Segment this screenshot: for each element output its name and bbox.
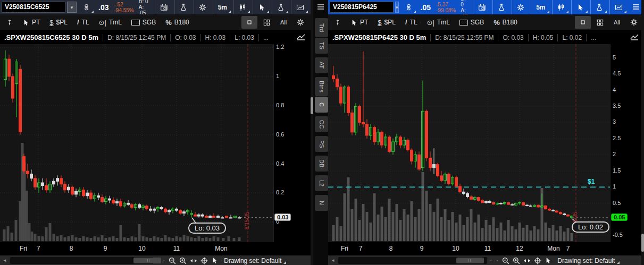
zoom-in-button[interactable] bbox=[178, 256, 187, 265]
all-charts-button[interactable]: All bbox=[275, 16, 291, 29]
studies-button[interactable] bbox=[174, 0, 192, 14]
settings-button[interactable] bbox=[512, 0, 529, 14]
all-charts-button[interactable]: All bbox=[609, 16, 625, 29]
pointer-mode-button[interactable] bbox=[210, 256, 219, 265]
symbol-input[interactable]: V250815P6425 bbox=[330, 2, 394, 13]
symbol-input[interactable]: V250815C6525 bbox=[2, 2, 65, 13]
chart-more[interactable]: ... bbox=[258, 34, 273, 41]
patterns-button[interactable] bbox=[590, 0, 608, 14]
expand-header-button[interactable] bbox=[297, 33, 311, 42]
single-chart-button[interactable] bbox=[241, 16, 257, 29]
drawing-toolbar-right: PT $ $PL / TL ⊙| TmL SGB % B180 bbox=[328, 14, 644, 31]
price-tick: 3.5 bbox=[613, 102, 621, 109]
scrollbar-thumb[interactable] bbox=[641, 234, 644, 252]
chart-canvas[interactable]: 8/15/25 $1 Lo: 0.02 bbox=[328, 44, 610, 242]
crosshair-button[interactable] bbox=[199, 256, 208, 265]
pl-tool[interactable]: $ $PL bbox=[373, 17, 400, 28]
scroll-left-icon[interactable]: ◄ bbox=[329, 258, 337, 263]
pointer-tool[interactable]: PT bbox=[346, 17, 372, 28]
grid-layout-button[interactable] bbox=[258, 16, 274, 29]
timeline-tool[interactable]: ⊙| TmL bbox=[423, 17, 454, 28]
trendline-tool[interactable]: / TL bbox=[401, 17, 422, 28]
chart-scrollbar[interactable] bbox=[338, 257, 487, 264]
last-price: .05 bbox=[419, 3, 433, 12]
side-tab-n[interactable]: N bbox=[315, 195, 328, 211]
pl-tool[interactable]: $ $PL bbox=[45, 17, 72, 28]
side-tab-c[interactable]: C bbox=[315, 97, 328, 113]
toolbar-settings-button[interactable] bbox=[626, 16, 642, 29]
chart-type-button[interactable] bbox=[552, 0, 570, 14]
sgb-tool[interactable]: SGB bbox=[455, 17, 488, 28]
price-tick: 1 bbox=[276, 73, 279, 79]
pointer-mode-button[interactable] bbox=[543, 256, 553, 265]
bid-ask: B: 0 A: .05 bbox=[137, 0, 152, 14]
side-tab-btns[interactable]: Btns bbox=[315, 77, 328, 96]
chart-canvas[interactable]: 8/15/25 Lo: 0.03 bbox=[0, 44, 274, 242]
bid-ask: B: 0 A: .05 bbox=[459, 0, 470, 14]
sidebar-menu-button[interactable] bbox=[317, 4, 324, 10]
economic-calendar-button[interactable] bbox=[155, 0, 173, 14]
scrollbar-thumb[interactable] bbox=[133, 258, 161, 263]
settings-button[interactable] bbox=[194, 0, 211, 14]
time-axis-left[interactable]: Fri7891011Mon bbox=[0, 242, 311, 255]
side-tab-l2[interactable]: L2 bbox=[315, 175, 328, 191]
scroll-left-icon[interactable]: ◄ bbox=[1, 258, 9, 263]
panel-vertical-scrollbar[interactable] bbox=[641, 0, 644, 265]
side-tab-trd[interactable]: Trd bbox=[315, 18, 328, 37]
trendline-tool[interactable]: / TL bbox=[73, 17, 94, 28]
step-left-icon[interactable]: ‹ bbox=[489, 258, 494, 263]
sgb-tool[interactable]: SGB bbox=[127, 17, 160, 28]
zoom-in-button[interactable] bbox=[512, 256, 521, 265]
price-axis[interactable]: 0.03 1.210.80.60.40.20 bbox=[273, 44, 311, 242]
drawing-set-selector[interactable]: Drawing set: Default bbox=[554, 257, 620, 264]
step-right-icon[interactable]: › bbox=[162, 258, 166, 263]
studies-button[interactable] bbox=[492, 0, 510, 14]
economic-calendar-button[interactable] bbox=[473, 0, 491, 14]
side-tab-oc[interactable]: OC bbox=[315, 116, 328, 132]
drawing-set-selector[interactable]: Drawing set: Default bbox=[221, 257, 287, 264]
link-button[interactable] bbox=[400, 0, 417, 14]
chart-scrollbar[interactable] bbox=[10, 257, 154, 264]
price-axis[interactable]: 0.05 54.543.532.521.510.5-0.5 bbox=[610, 44, 644, 242]
drawings-button[interactable] bbox=[291, 0, 309, 14]
chart-type-button[interactable] bbox=[233, 0, 251, 14]
timeframe-button[interactable]: 5m bbox=[531, 0, 550, 14]
pointer-tool[interactable]: PT bbox=[18, 17, 44, 28]
side-tab-ts[interactable]: TS bbox=[315, 38, 328, 54]
link-icon bbox=[83, 4, 90, 11]
symbol-dropdown-button[interactable]: ▾ bbox=[67, 2, 77, 13]
symbol-dropdown-button[interactable]: ▾ bbox=[395, 2, 399, 13]
drawings-button[interactable] bbox=[609, 0, 628, 14]
time-axis-right[interactable]: Fri789101112Mon7 bbox=[328, 242, 644, 255]
side-tab-at[interactable]: AT bbox=[315, 57, 328, 73]
timeline-tool[interactable]: ⊙| TmL bbox=[95, 17, 126, 28]
line-chart-icon bbox=[630, 33, 639, 40]
link-button[interactable] bbox=[78, 0, 95, 14]
zoom-out-button[interactable] bbox=[501, 256, 510, 265]
b180-tool[interactable]: % B180 bbox=[161, 17, 194, 28]
timeframe-button[interactable]: 5m bbox=[213, 0, 232, 14]
chart-more[interactable]: ... bbox=[586, 34, 600, 41]
side-tab-ps[interactable]: PS bbox=[315, 136, 328, 152]
timeframe-label: 5m bbox=[536, 4, 545, 11]
cursor-tool-button[interactable] bbox=[571, 0, 589, 14]
b180-tool[interactable]: % B180 bbox=[489, 17, 522, 28]
single-chart-button[interactable] bbox=[575, 16, 591, 29]
crosshair-button[interactable] bbox=[533, 256, 542, 265]
step-right-icon[interactable]: › bbox=[495, 258, 500, 263]
panel-menu-button[interactable] bbox=[629, 3, 643, 12]
pin-button[interactable] bbox=[330, 17, 345, 28]
pin-button[interactable] bbox=[2, 17, 17, 28]
grid-layout-button[interactable] bbox=[592, 16, 608, 29]
fit-width-button[interactable] bbox=[189, 256, 198, 265]
scrollbar-thumb[interactable] bbox=[456, 258, 484, 263]
fit-width-button[interactable] bbox=[522, 256, 531, 265]
scrollbar-thumb[interactable] bbox=[311, 97, 313, 114]
cursor-tool-button[interactable] bbox=[253, 0, 270, 14]
zoom-out-button[interactable] bbox=[168, 256, 177, 265]
patterns-button[interactable] bbox=[272, 0, 289, 14]
panel-vertical-scrollbar[interactable] bbox=[311, 0, 313, 265]
time-tick: Fri bbox=[341, 245, 348, 252]
side-tab-db[interactable]: DB bbox=[315, 156, 328, 172]
toolbar-settings-button[interactable] bbox=[292, 16, 308, 29]
